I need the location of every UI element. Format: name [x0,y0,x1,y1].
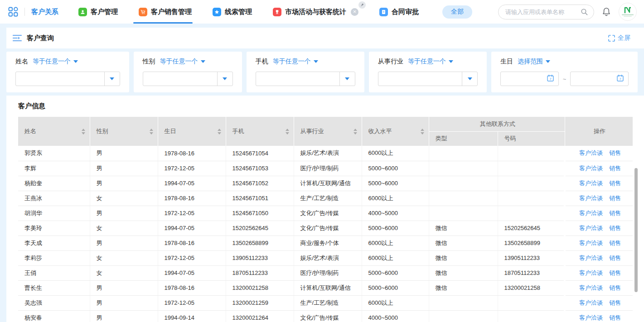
tab-customer-sales-mgmt[interactable]: 客户销售管理 [139,0,192,24]
negotiate-link[interactable]: 客户洽谈 [579,284,603,291]
col-header-gender[interactable]: 性别 [90,117,158,146]
leads-star-icon [213,8,221,16]
col-header-industry[interactable]: 从事行业 [294,117,362,146]
sell-link[interactable]: 销售 [609,269,621,276]
filter-operator-dropdown[interactable]: 等于任意一个 [273,58,318,66]
select-caret-button[interactable] [217,72,232,86]
negotiate-link[interactable]: 客户洽谈 [579,240,603,246]
filter-select-value[interactable] [16,72,104,86]
negotiate-link[interactable]: 客户洽谈 [579,149,603,156]
sort-icon[interactable] [421,129,424,135]
cell-phone: 15245671050 [226,206,294,221]
sort-icon[interactable] [286,129,289,135]
filter-operator-label: 选择范围 [518,58,543,66]
calendar-icon[interactable]: 7 [616,74,624,84]
date-input-start[interactable]: 7 [500,72,559,86]
select-caret-button[interactable] [339,72,355,86]
cell-name: 郭贤东 [18,146,90,161]
col-header-name[interactable]: 姓名 [18,117,90,146]
sort-icon[interactable] [353,129,357,135]
tab-label: 客户管理 [91,8,118,16]
select-caret-button[interactable] [104,72,120,86]
collapse-menu-icon[interactable] [13,34,22,42]
sell-link[interactable]: 销售 [609,299,621,306]
filter-select-phone[interactable] [256,72,355,86]
apps-grid-icon[interactable] [8,7,18,17]
sell-link[interactable]: 销售 [609,255,621,261]
fullscreen-button[interactable]: 全屏 [608,34,630,42]
tab-leads-mgmt[interactable]: 线索管理 [213,0,252,24]
filter-select-gender[interactable] [143,72,233,86]
customer-table: 姓名性别生日手机从事行业收入水平其他联系方式操作类型号码 郭贤东男1978-08… [18,117,633,322]
sell-link[interactable]: 销售 [609,180,621,187]
sell-link[interactable]: 销售 [609,225,621,231]
cell-actions: 客户洽谈销售 [565,161,633,176]
negotiate-link[interactable]: 客户洽谈 [579,255,603,261]
filter-operator-label: 等于任意一个 [33,58,71,66]
tab-contract-approval[interactable]: 合同审批 [379,0,419,24]
date-input-end[interactable]: 7 [570,72,629,86]
select-caret-button[interactable] [462,72,477,86]
negotiate-link[interactable]: 客户洽谈 [579,180,603,187]
sell-link[interactable]: 销售 [609,314,621,321]
negotiate-link[interactable]: 客户洽谈 [579,314,603,321]
pin-icon[interactable] [358,1,366,9]
filter-label: 姓名 [15,58,28,66]
filter-select-value[interactable] [378,72,462,86]
cell-contact-number [498,146,565,161]
negotiate-link[interactable]: 客户洽谈 [579,210,603,216]
col-header-birthday[interactable]: 生日 [158,117,226,146]
tab-marketing-stats[interactable]: 市场活动与获客统计× [273,0,358,24]
negotiate-link[interactable]: 客户洽谈 [579,195,603,202]
cell-phone: 15245671051 [226,191,294,206]
filter-operator-dropdown[interactable]: 等于任意一个 [408,58,453,66]
negotiate-link[interactable]: 客户洽谈 [579,165,603,172]
filter-operator-dropdown[interactable]: 选择范围 [518,58,550,66]
cell-industry: 文化/广告/传媒 [294,206,362,221]
sort-icon[interactable] [150,129,153,135]
table-scrollbar-thumb[interactable] [634,168,638,292]
table-row: 李美玲女1994-07-0515202562645文化/广告/传媒5000~60… [18,221,633,235]
negotiate-link[interactable]: 客户洽谈 [579,225,603,231]
close-tab-icon[interactable]: × [351,8,358,16]
sell-link[interactable]: 销售 [609,284,621,291]
sell-link[interactable]: 销售 [609,195,621,202]
sort-icon[interactable] [218,129,221,135]
cell-name: 李莉莎 [18,250,90,265]
cell-gender: 女 [90,221,158,235]
cell-phone: 15202562645 [226,221,294,235]
filter-operator-dropdown[interactable]: 等于任意一个 [33,58,78,66]
cell-income: 4000~5000 [362,310,429,322]
calendar-icon[interactable]: 7 [547,74,554,84]
table-row: 李莉莎女1972-12-0513905112233娱乐/艺术/表演6000以上微… [18,250,633,265]
sell-link[interactable]: 销售 [609,240,621,246]
workspace-title[interactable]: 客户关系 [31,8,58,16]
col-subheader-contact-type: 类型 [429,131,498,146]
notification-bell-icon[interactable] [602,7,611,17]
cell-industry: 计算机/互联网/通信 [294,280,362,295]
filter-select-value[interactable] [256,72,339,86]
search-input[interactable] [498,5,594,19]
search-icon[interactable] [581,8,588,16]
all-apps-button[interactable]: 全部 [442,5,472,19]
negotiate-link[interactable]: 客户洽谈 [579,269,603,276]
tab-customer-mgmt[interactable]: 客户管理 [78,0,118,24]
col-header-income[interactable]: 收入水平 [362,117,429,146]
negotiate-link[interactable]: 客户洽谈 [579,299,603,306]
sell-link[interactable]: 销售 [609,165,621,172]
sort-icon[interactable] [82,129,85,135]
col-header-label: 性别 [97,127,108,135]
cell-birthday: 1994-07-05 [158,176,226,191]
app-root: 客户关系 客户管理客户销售管理线索管理市场活动与获客统计×合同审批 全部 [0,0,644,322]
col-header-label: 姓名 [24,127,36,135]
sell-link[interactable]: 销售 [609,210,621,216]
filter-select-name[interactable] [15,72,120,86]
filter-operator-dropdown[interactable]: 等于任意一个 [160,58,205,66]
filter-select-industry[interactable] [378,72,478,86]
col-header-phone[interactable]: 手机 [226,117,294,146]
filter-select-value[interactable] [143,72,217,86]
brand-logo[interactable] [619,3,637,21]
cell-birthday: 1978-08-16 [158,235,226,250]
sell-link[interactable]: 销售 [609,149,621,156]
cell-phone: 18705112233 [226,265,294,280]
